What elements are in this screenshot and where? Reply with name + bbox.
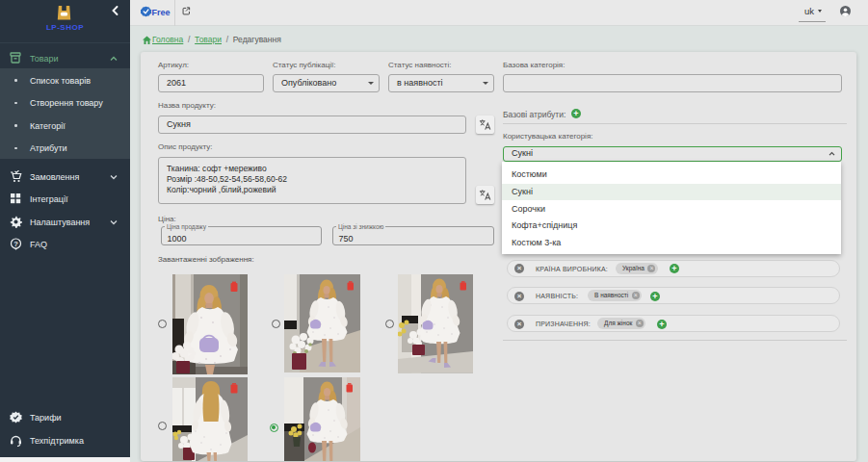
svg-text:?: ?	[13, 240, 18, 248]
svg-text:uk: uk	[804, 6, 814, 16]
svg-text:Free: Free	[152, 8, 171, 17]
